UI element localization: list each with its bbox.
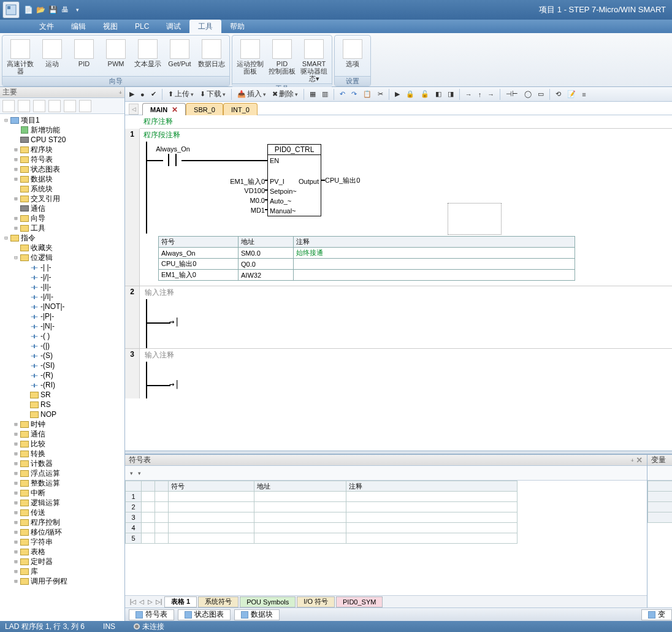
tb-icon[interactable]: ▶ — [393, 89, 402, 100]
tree-整数运算[interactable]: ⊞整数运算 — [0, 478, 124, 488]
tree-状态图表[interactable]: ⊞状态图表 — [0, 164, 124, 174]
tab-nav-left[interactable]: ◁ — [129, 104, 139, 115]
run-icon[interactable]: ▶ — [128, 89, 136, 100]
tree-通信[interactable]: ⊞通信 — [0, 429, 124, 439]
tb-icon[interactable]: 🔓 — [419, 89, 431, 100]
menu-文件[interactable]: 文件 — [31, 20, 63, 33]
program-comment[interactable]: 程序注释 — [140, 115, 672, 129]
tb-icon[interactable]: → — [486, 89, 496, 100]
tree-浮点运算[interactable]: ⊞浮点运算 — [0, 468, 124, 478]
ftab-符号表[interactable]: 符号表 — [129, 609, 174, 620]
tb-icon[interactable]: 📝 — [565, 89, 578, 100]
ftab-var[interactable]: 变 — [641, 609, 672, 620]
ribbon-SMART驱动器组态▾[interactable]: SMART驱动器组态▾ — [299, 37, 329, 82]
tree--(RI)[interactable]: ⊣⊢-(RI) — [0, 380, 124, 390]
network-comment[interactable]: 输入注释 — [140, 349, 672, 362]
network-comment[interactable]: 程序段注释 — [140, 129, 672, 142]
coil-icon[interactable]: ◯ — [522, 89, 533, 100]
tb-icon[interactable] — [18, 100, 30, 112]
ribbon-PWM[interactable]: PWM — [101, 37, 131, 75]
tab-nav[interactable]: ◁ — [137, 598, 146, 605]
tab-nav[interactable]: |◁ — [129, 598, 137, 605]
tree--( )[interactable]: ⊣⊢-( ) — [0, 331, 124, 341]
tree-定时器[interactable]: ⊞定时器 — [0, 557, 124, 566]
tree--|/|-[interactable]: ⊣⊢-|/|- — [0, 272, 124, 282]
tree-收藏夹[interactable]: 收藏夹 — [0, 243, 124, 253]
tb-icon[interactable]: 📋 — [361, 89, 373, 100]
pin-icon[interactable]: ￬ — [118, 88, 122, 97]
menu-视图[interactable]: 视图 — [94, 20, 126, 33]
arg-auto[interactable]: M0.0 — [218, 197, 265, 204]
menu-调试[interactable]: 调试 — [158, 20, 189, 33]
ribbon-选项[interactable]: 选项 — [337, 37, 368, 75]
close-icon[interactable]: ✕ — [172, 105, 178, 114]
btab-系统符号[interactable]: 系统符号 — [198, 596, 239, 607]
tree--|I|-[interactable]: ⊣⊢-|I|- — [0, 282, 124, 292]
tree-通信[interactable]: 通信 — [0, 204, 124, 213]
tab-nav[interactable]: ▷ — [146, 598, 155, 605]
tb-icon[interactable]: ✂ — [376, 89, 385, 100]
ladder-canvas[interactable]: →| — [140, 299, 672, 348]
tab-MAIN[interactable]: MAIN✕ — [142, 103, 186, 115]
tb-icon[interactable]: 🔒 — [404, 89, 416, 100]
tree-计数器[interactable]: ⊞计数器 — [0, 459, 124, 468]
tree-新增功能[interactable]: 新增功能 — [0, 125, 124, 135]
pin-icon[interactable]: ￬ ✕ — [630, 456, 643, 465]
btab-PID0_SYM[interactable]: PID0_SYM — [336, 596, 383, 607]
tree--|NOT|-[interactable]: ⊣⊢-|NOT|- — [0, 302, 124, 311]
ftab-数据块[interactable]: 数据块 — [234, 609, 280, 620]
ladder-editor[interactable]: 程序注释 1 程序段注释 Always_On PID0_CTRL — [125, 115, 672, 451]
print-icon[interactable]: 🖶 — [60, 5, 70, 15]
tree-RS[interactable]: RS — [0, 400, 124, 409]
tree-位逻辑[interactable]: ⊟位逻辑 — [0, 253, 124, 262]
tb-icon[interactable]: ▦ — [308, 89, 318, 100]
ribbon-高速计数器[interactable]: 高速计数器 — [5, 37, 36, 75]
tb-icon[interactable]: → — [464, 89, 474, 100]
tree-项目1[interactable]: ⊟项目1 — [0, 115, 124, 125]
tb-icon[interactable]: ◧ — [433, 89, 443, 100]
ladder-canvas[interactable]: →| — [140, 362, 672, 398]
contact-icon[interactable]: ⊣⊢ — [504, 89, 520, 100]
tree--(SI)[interactable]: ⊣⊢-(SI) — [0, 360, 124, 370]
tb-icon[interactable] — [64, 100, 76, 112]
ribbon-PID[interactable]: PID — [69, 37, 99, 75]
network-comment[interactable]: 输入注释 — [140, 286, 672, 299]
stop-icon[interactable]: ● — [139, 89, 147, 100]
app-icon[interactable] — [2, 1, 20, 18]
undo-icon[interactable]: ↶ — [338, 89, 347, 100]
arg-man[interactable]: MD1 — [218, 207, 265, 214]
tb-icon[interactable]: ↑ — [476, 89, 484, 100]
download-button[interactable]: ⬇ 下载 ▾ — [198, 89, 227, 100]
tree-表格[interactable]: ⊞表格 — [0, 547, 124, 557]
tree--| |-[interactable]: ⊣⊢-| |- — [0, 262, 124, 272]
arg-pv[interactable]: EM1_输入0 — [218, 177, 265, 186]
tree-字符串[interactable]: ⊞字符串 — [0, 537, 124, 547]
tab-INT_0[interactable]: INT_0 — [223, 103, 258, 115]
tree-逻辑运算[interactable]: ⊞逻辑运算 — [0, 498, 124, 508]
no-contact-icon[interactable] — [163, 154, 181, 166]
tb-icon[interactable]: ◨ — [446, 89, 456, 100]
btab-POU Symbols[interactable]: POU Symbols — [240, 596, 296, 607]
btab-I/O 符号[interactable]: I/O 符号 — [297, 596, 335, 607]
tb-icon[interactable] — [48, 100, 61, 112]
save-icon[interactable]: 💾 — [48, 5, 58, 15]
tree-中断[interactable]: ⊞中断 — [0, 488, 124, 498]
qat-dropdown[interactable]: ▾ — [72, 5, 82, 15]
tree--(S)[interactable]: ⊣⊢-(S) — [0, 351, 124, 360]
ribbon-文本显示[interactable]: 文本显示 — [132, 37, 163, 75]
ribbon-PID控制面板[interactable]: PID控制面板 — [267, 37, 297, 82]
tree--|P|-[interactable]: ⊣⊢-|P|- — [0, 311, 124, 321]
tb-icon[interactable] — [2, 100, 15, 112]
ftab-状态图表[interactable]: 状态图表 — [178, 609, 231, 620]
tree-传送[interactable]: ⊞传送 — [0, 508, 124, 517]
tree-转换[interactable]: ⊞转换 — [0, 449, 124, 459]
btab-表格  1[interactable]: 表格 1 — [164, 596, 197, 607]
redo-icon[interactable]: ↷ — [349, 89, 359, 100]
delete-button[interactable]: ✖ 删除 ▾ — [270, 89, 300, 100]
tree-程序控制[interactable]: ⊞程序控制 — [0, 517, 124, 527]
tb-icon[interactable]: ⟲ — [554, 89, 563, 100]
tree-库[interactable]: ⊞库 — [0, 566, 124, 576]
compile-icon[interactable]: ✔ — [149, 89, 158, 100]
tree-向导[interactable]: ⊞向导 — [0, 213, 124, 223]
tree-指令[interactable]: ⊟指令 — [0, 233, 124, 243]
